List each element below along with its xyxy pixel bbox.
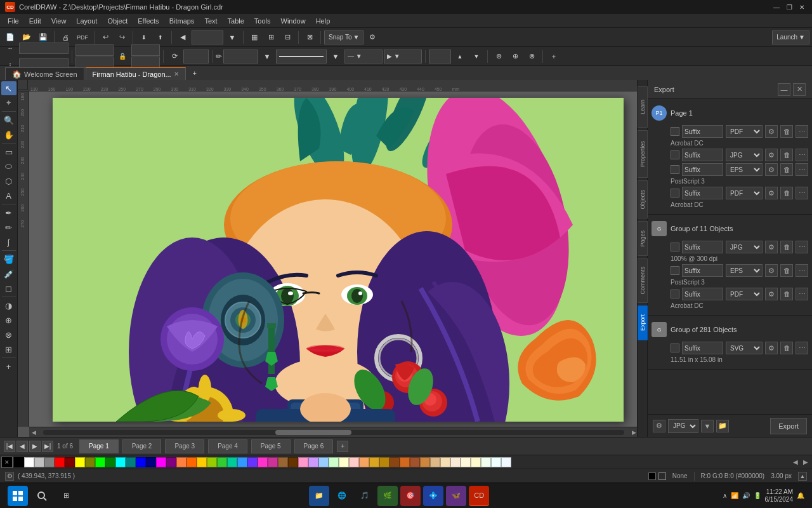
scroll-thumb[interactable] <box>275 430 351 435</box>
color-swatch[interactable] <box>34 457 44 467</box>
more-page1-jpg[interactable]: ⋯ <box>796 149 808 161</box>
format-g11-pdf[interactable]: PDFJPGPNGEPSSVG <box>726 288 763 300</box>
tool-ellipse[interactable]: ⬭ <box>1 159 16 173</box>
transform-btn1[interactable]: ⊛ <box>491 49 506 64</box>
settings-g11-eps[interactable]: ⚙ <box>765 264 778 277</box>
menu-object[interactable]: Object <box>102 16 133 26</box>
tool-blend[interactable]: ⊕ <box>1 313 16 327</box>
color-swatch[interactable] <box>481 457 491 467</box>
color-swatch[interactable] <box>237 457 247 467</box>
settings-page1-jpg[interactable]: ⚙ <box>765 149 778 161</box>
start-button[interactable] <box>8 486 28 506</box>
color-swatch[interactable] <box>247 457 258 467</box>
color-swatch[interactable] <box>115 457 126 467</box>
delete-g281-svg[interactable]: 🗑 <box>780 342 793 354</box>
scroll-track[interactable] <box>43 430 624 435</box>
scale-x[interactable]: 100.0 <box>131 44 160 56</box>
taskbar-app3[interactable]: 💠 <box>423 486 443 506</box>
tray-notif[interactable]: 🔔 <box>797 492 804 499</box>
export-button[interactable]: ⬆ <box>153 30 168 45</box>
tool-eraser[interactable]: ◻ <box>1 281 16 295</box>
checkbox-page1-pdf1[interactable] <box>671 127 679 136</box>
color-swatch[interactable] <box>359 457 369 467</box>
add-page-button[interactable]: + <box>337 441 348 452</box>
delete-page1-pdf1[interactable]: 🗑 <box>780 125 793 138</box>
x-coord[interactable]: 298.535 mm <box>19 43 69 54</box>
checkbox-page1-eps[interactable] <box>671 165 679 174</box>
color-swatch[interactable] <box>400 457 410 467</box>
taskbar-app4[interactable]: 🦋 <box>446 486 466 506</box>
settings-g11-jpg[interactable]: ⚙ <box>765 241 778 253</box>
tool-pattern[interactable]: ⊞ <box>1 342 16 356</box>
redo-button[interactable]: ↪ <box>114 30 129 45</box>
horizontal-scrollbar[interactable]: ◀ ▶ ⊞ <box>29 427 647 437</box>
tool-pan[interactable]: ✋ <box>1 128 16 142</box>
color-swatch[interactable] <box>278 457 288 467</box>
status-settings-icon[interactable]: ⚙ <box>5 472 14 481</box>
color-swatch[interactable] <box>197 457 207 467</box>
fill-swatch[interactable] <box>648 472 656 480</box>
page-tab-2[interactable]: Page 2 <box>122 439 162 453</box>
page-tab-5[interactable]: Page 5 <box>251 439 291 453</box>
suffix-g11-pdf[interactable] <box>682 288 723 300</box>
vtab-objects[interactable]: Objects <box>638 180 648 218</box>
color-swatch[interactable] <box>268 457 278 467</box>
menu-edit[interactable]: Edit <box>24 16 46 26</box>
settings-g281-svg[interactable]: ⚙ <box>765 342 778 354</box>
new-tab-button[interactable]: + <box>187 67 202 79</box>
vtab-learn[interactable]: Learn <box>638 86 648 128</box>
more-g11-eps[interactable]: ⋯ <box>796 264 808 277</box>
format-page1-jpg[interactable]: JPGPDFPNGEPSSVG <box>726 149 763 161</box>
color-swatch[interactable] <box>298 457 308 467</box>
minimize-button[interactable]: — <box>771 3 782 11</box>
size-dropdown[interactable]: ▼ <box>259 49 275 64</box>
delete-page1-pdf2[interactable]: 🗑 <box>780 187 793 199</box>
arrow-end[interactable]: ▶ ▼ <box>384 50 422 64</box>
tool-select[interactable]: ↖ <box>1 81 16 95</box>
no-color-button[interactable]: ✕ <box>1 457 13 468</box>
tool-freehand[interactable]: ✏ <box>1 220 16 234</box>
checkbox-g11-pdf[interactable] <box>671 290 679 298</box>
suffix-page1-eps[interactable] <box>682 163 723 176</box>
checkbox-page1-jpg[interactable] <box>671 150 679 159</box>
color-swatch[interactable] <box>318 457 329 467</box>
taskbar-explorer[interactable]: 📁 <box>309 486 329 506</box>
color-swatch[interactable] <box>258 457 268 467</box>
tray-network[interactable]: 📶 <box>731 492 738 499</box>
import-button[interactable]: ⬇ <box>136 30 152 45</box>
tool-node[interactable]: ⌖ <box>1 96 16 110</box>
color-swatch[interactable] <box>227 457 237 467</box>
view-btn2[interactable]: ⊞ <box>263 30 278 45</box>
color-swatch[interactable] <box>390 457 400 467</box>
tab-welcome[interactable]: 🏠 Welcome Screen <box>5 67 84 80</box>
tab-close-button[interactable]: ✕ <box>174 70 179 77</box>
export-panel-minimize[interactable]: — <box>778 83 790 96</box>
tray-volume[interactable]: 🔊 <box>742 492 750 499</box>
tool-text[interactable]: A <box>1 189 16 203</box>
vtab-comments[interactable]: Comments <box>638 258 648 303</box>
checkbox-g11-eps[interactable] <box>671 266 679 275</box>
delete-g11-eps[interactable]: 🗑 <box>780 264 793 277</box>
canvas-inner[interactable] <box>29 91 647 427</box>
delete-page1-jpg[interactable]: 🗑 <box>780 149 793 161</box>
color-swatch[interactable] <box>187 457 197 467</box>
more-page1-eps[interactable]: ⋯ <box>796 163 808 176</box>
color-swatch[interactable] <box>369 457 379 467</box>
more-page1-pdf2[interactable]: ⋯ <box>796 187 808 199</box>
suffix-page1-jpg[interactable] <box>682 149 723 161</box>
color-swatch[interactable] <box>339 457 349 467</box>
color-swatch[interactable] <box>105 457 115 467</box>
transform-btn2[interactable]: ⊕ <box>508 49 523 64</box>
lock-aspect[interactable]: 🔒 <box>115 49 130 64</box>
num-down[interactable]: ▼ <box>469 49 484 64</box>
more-page1-pdf1[interactable]: ⋯ <box>796 125 808 138</box>
settings-page1-eps[interactable]: ⚙ <box>765 163 778 176</box>
tool-add-page[interactable]: + <box>1 359 16 373</box>
zoom-dropdown[interactable]: ▼ <box>225 30 240 45</box>
canvas-area[interactable]: 130 160 190 210 230 250 270 290 300 310 … <box>18 80 647 437</box>
search-button[interactable] <box>32 486 52 506</box>
color-swatch[interactable] <box>420 457 430 467</box>
format-g11-eps[interactable]: EPSPDFJPGPNGSVG <box>726 264 763 277</box>
settings-page1-pdf1[interactable]: ⚙ <box>765 125 778 138</box>
color-swatch[interactable] <box>329 457 339 467</box>
